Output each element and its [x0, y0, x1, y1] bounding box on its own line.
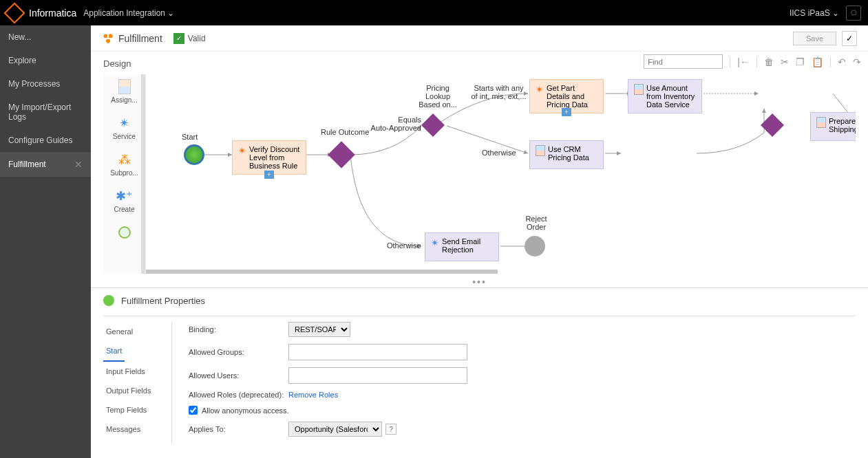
verify-discount-node[interactable]: ✴ Verify Discount Level from Business Ru…: [232, 140, 306, 175]
validation-text: Valid: [188, 34, 206, 43]
undo-icon[interactable]: ↶: [838, 56, 846, 67]
expand-icon[interactable]: +: [264, 171, 274, 179]
send-email-rejection-node[interactable]: ✴ Send Email Rejection: [425, 232, 499, 261]
properties-tabs: General Start Input Fields Output Fields…: [103, 322, 172, 444]
tab-start[interactable]: Start: [103, 341, 125, 362]
allowed-groups-input[interactable]: [288, 344, 467, 360]
design-toolbar: |← 🗑 ✂ ❐ 📋 ↶ ↷: [644, 54, 861, 69]
process-title: Fulfillment: [118, 33, 162, 44]
email-icon: ✴: [431, 237, 439, 248]
sidebar-item-new[interactable]: New...: [0, 25, 91, 49]
save-button[interactable]: Save: [793, 32, 836, 45]
properties-panel: Fulfillment Properties General Start Inp…: [91, 287, 868, 458]
starts-with-label: Starts with any of int, mis, ext,...: [469, 84, 528, 100]
copy-icon[interactable]: ❐: [796, 56, 805, 67]
binding-select[interactable]: REST/SOAP: [288, 322, 350, 337]
sidebar-item-configure-guides[interactable]: Configure Guides: [0, 129, 91, 152]
process-icon: [102, 32, 114, 45]
allowed-users-label: Allowed Users:: [189, 371, 288, 380]
anonymous-access-checkbox[interactable]: [189, 406, 198, 415]
environment-switcher[interactable]: IICS iPaaS: [790, 8, 839, 18]
allowed-roles-label: Allowed Roles (deprecated):: [189, 391, 288, 399]
delete-icon[interactable]: 🗑: [764, 56, 774, 67]
use-crm-node[interactable]: Use CRM Pricing Data: [529, 140, 604, 169]
datastore-icon: [536, 145, 545, 156]
otherwise-label-2: Otherwise: [387, 241, 421, 250]
paste-icon[interactable]: 📋: [812, 56, 823, 67]
close-tab-icon[interactable]: ✕: [74, 159, 83, 170]
remove-roles-link[interactable]: Remove Roles: [288, 391, 338, 399]
process-header: Fulfillment ✓ Valid Save ✓: [91, 25, 868, 52]
allowed-users-input[interactable]: [288, 367, 467, 384]
redo-icon[interactable]: ↷: [853, 56, 861, 67]
node-palette: Assign... ✴Service ⁂Subpro... ✱⁺Create: [103, 74, 146, 274]
sidebar-item-explore[interactable]: Explore: [0, 49, 91, 72]
start-node[interactable]: [184, 144, 204, 165]
informatica-logo-icon: [3, 2, 25, 23]
reject-end-node[interactable]: [525, 236, 545, 257]
allowed-groups-label: Allowed Groups:: [189, 348, 288, 356]
rule-outcome-decision[interactable]: [328, 141, 355, 168]
validate-button[interactable]: ✓: [842, 31, 857, 46]
tab-input-fields[interactable]: Input Fields: [103, 362, 171, 381]
merge-decision[interactable]: [761, 113, 784, 137]
prepare-shipping-node[interactable]: Prepare Shipping: [810, 112, 856, 141]
tab-output-fields[interactable]: Output Fields: [103, 381, 171, 400]
properties-title: Fulfillment Properties: [103, 295, 856, 306]
process-canvas[interactable]: Start ✴ Verify Discount Level from Busin…: [146, 74, 856, 274]
properties-form: Binding: REST/SOAP Allowed Groups: Allow…: [172, 322, 856, 444]
help-icon[interactable]: ?: [385, 424, 396, 435]
otherwise-label: Otherwise: [482, 149, 516, 157]
service-icon: ✴: [536, 84, 544, 95]
sidebar-item-my-processes[interactable]: My Processes: [0, 72, 91, 96]
find-input[interactable]: [644, 54, 723, 69]
palette-service[interactable]: ✴Service: [103, 111, 145, 147]
palette-run[interactable]: [103, 220, 145, 249]
datastore-icon: [634, 84, 644, 95]
start-label: Start: [182, 133, 198, 141]
main-content: Fulfillment ✓ Valid Save ✓ Design |← 🗑 ✂…: [91, 25, 868, 458]
collapse-icon[interactable]: |←: [737, 56, 750, 67]
applies-to-label: Applies To:: [189, 425, 288, 433]
user-icon[interactable]: ⎔: [846, 6, 861, 21]
use-amount-node[interactable]: Use Amount from Inventory Data Service: [628, 79, 702, 113]
reject-order-label: Reject Order: [522, 215, 550, 231]
check-icon: ✓: [173, 33, 184, 44]
palette-create[interactable]: ✱⁺Create: [103, 184, 145, 220]
service-icon: ✴: [238, 145, 246, 156]
tab-messages[interactable]: Messages: [103, 419, 171, 439]
canvas-wrap: Assign... ✴Service ⁂Subpro... ✱⁺Create: [103, 74, 856, 274]
tab-general[interactable]: General: [103, 322, 171, 341]
applies-to-select[interactable]: Opportunity (Salesforce): [288, 422, 382, 437]
panel-resize-handle[interactable]: •••: [91, 276, 868, 287]
datastore-icon: [816, 117, 826, 128]
anonymous-access-label: Allow anonymous access.: [202, 406, 289, 415]
top-bar: Informatica Application Integration IICS…: [0, 0, 868, 25]
sidebar-item-import-export[interactable]: My Import/Export Logs: [0, 96, 91, 129]
equals-auto-label: Equals Auto-Approved: [370, 116, 421, 132]
app-switcher[interactable]: Application Integration: [83, 8, 174, 18]
start-dot-icon: [103, 295, 114, 306]
auto-approved-decision[interactable]: [421, 113, 445, 137]
rule-outcome-label: Rule Outcome: [321, 128, 369, 136]
canvas-scrollbar[interactable]: [146, 270, 498, 274]
pricing-lookup-label: Pricing Lookup Based on...: [417, 84, 458, 109]
binding-label: Binding:: [189, 325, 288, 334]
palette-assign[interactable]: Assign...: [103, 74, 145, 111]
tab-temp-fields[interactable]: Temp Fields: [103, 400, 171, 419]
palette-scrollbar[interactable]: [141, 74, 145, 274]
expand-icon[interactable]: +: [562, 108, 571, 116]
design-area: Design |← 🗑 ✂ ❐ 📋 ↶ ↷ Assign... ✴Service: [91, 52, 868, 276]
validation-badge: ✓ Valid: [173, 33, 206, 44]
left-sidebar: New... Explore My Processes My Import/Ex…: [0, 25, 91, 458]
cut-icon[interactable]: ✂: [781, 56, 789, 67]
brand-name: Informatica: [29, 8, 76, 19]
sidebar-item-fulfillment[interactable]: Fulfillment ✕: [0, 152, 91, 177]
sidebar-item-label: Fulfillment: [8, 160, 46, 169]
palette-subprocess[interactable]: ⁂Subpro...: [103, 147, 145, 184]
